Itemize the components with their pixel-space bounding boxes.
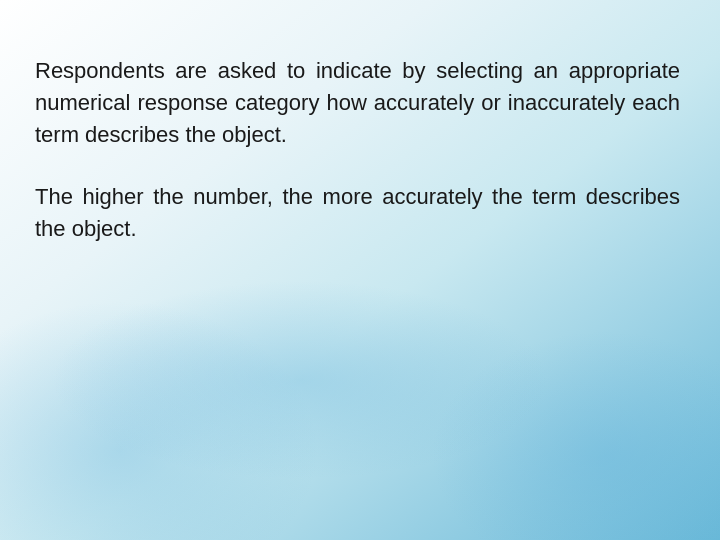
main-content: Respondents are asked to indicate by sel… [0,0,720,284]
background-bubble-3 [50,280,550,480]
paragraph-1: Respondents are asked to indicate by sel… [35,55,680,151]
paragraph-2: The higher the number, the more accurate… [35,181,680,245]
